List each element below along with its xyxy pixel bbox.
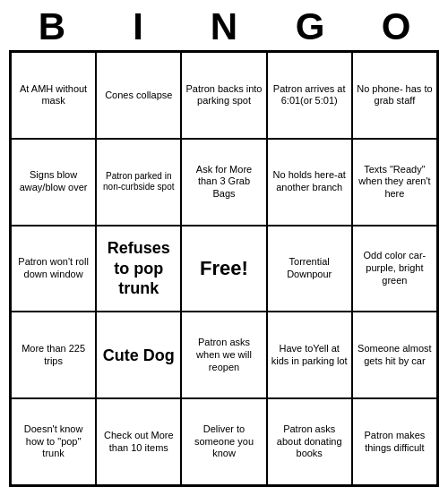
letter-i: I [99, 5, 177, 48]
bingo-cell-8: No holds here-at another branch [267, 139, 352, 226]
bingo-cell-9: Texts "Ready" when they aren't here [352, 139, 437, 226]
bingo-cell-24: Patron makes things difficult [352, 398, 437, 485]
bingo-cell-4: No phone- has to grab staff [352, 52, 437, 139]
bingo-cell-10: Patron won't roll down window [11, 226, 96, 312]
bingo-title: B I N G O [9, 0, 439, 50]
bingo-cell-0: At AMH without mask [11, 52, 96, 139]
bingo-cell-3: Patron arrives at 6:01(or 5:01) [267, 52, 352, 139]
bingo-cell-21: Check out More than 10 items [96, 398, 181, 485]
bingo-cell-12: Free! [181, 226, 266, 312]
bingo-cell-15: More than 225 trips [11, 312, 96, 398]
bingo-cell-1: Cones collapse [96, 52, 181, 139]
letter-n: N [185, 5, 263, 48]
bingo-grid: At AMH without maskCones collapsePatron … [9, 50, 439, 487]
bingo-cell-17: Patron asks when we will reopen [181, 312, 266, 398]
bingo-cell-23: Patron asks about donating books [267, 398, 352, 485]
bingo-cell-18: Have toYell at kids in parking lot [267, 312, 352, 398]
bingo-cell-20: Doesn't know how to "pop" trunk [11, 398, 96, 485]
bingo-cell-2: Patron backs into parking spot [181, 52, 266, 139]
bingo-cell-7: Ask for More than 3 Grab Bags [181, 139, 266, 226]
bingo-cell-19: Someone almost gets hit by car [352, 312, 437, 398]
letter-o: O [357, 5, 435, 48]
bingo-cell-14: Odd color car-purple, bright green [352, 226, 437, 312]
bingo-cell-6: Patron parked in non-curbside spot [96, 139, 181, 226]
bingo-cell-11: Refuses to pop trunk [96, 226, 181, 312]
bingo-cell-13: Torrential Downpour [267, 226, 352, 312]
letter-g: G [271, 5, 349, 48]
letter-b: B [13, 5, 91, 48]
bingo-cell-16: Cute Dog [96, 312, 181, 398]
bingo-cell-22: Deliver to someone you know [181, 398, 266, 485]
bingo-cell-5: Signs blow away/blow over [11, 139, 96, 226]
